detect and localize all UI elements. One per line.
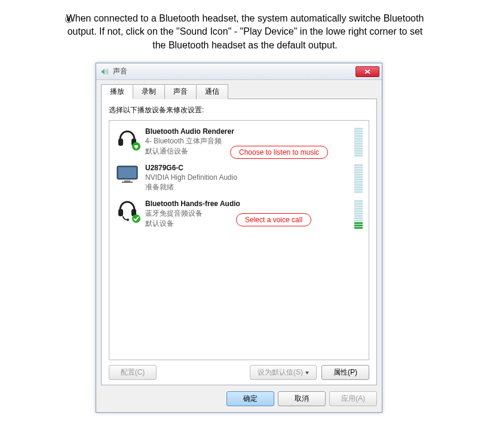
- tab-sounds[interactable]: 声音: [164, 84, 197, 99]
- chevron-down-icon: [305, 372, 309, 375]
- svg-point-9: [127, 219, 129, 221]
- device-item[interactable]: Bluetooth Audio Renderer 4- Bluetooth 立体…: [111, 123, 367, 159]
- tab-recording[interactable]: 录制: [133, 84, 165, 99]
- device-status: 默认通信设备: [145, 146, 234, 156]
- device-name: Bluetooth Audio Renderer: [145, 127, 234, 136]
- device-text: Bluetooth Audio Renderer 4- Bluetooth 立体…: [145, 127, 234, 156]
- level-meter: [354, 200, 363, 229]
- set-default-label: 设为默认值(S): [258, 368, 303, 376]
- instruction-text: ④ When connected to a Bluetooth headset,…: [0, 0, 478, 58]
- speaker-icon: [100, 67, 109, 76]
- cancel-button[interactable]: 取消: [278, 391, 326, 406]
- device-subtitle: 蓝牙免提音频设备: [145, 208, 240, 218]
- dialog-button-row: 确定 取消 应用(A): [96, 385, 382, 412]
- device-name: U2879G6-C: [145, 163, 237, 173]
- ok-button[interactable]: 确定: [226, 391, 274, 406]
- svg-point-10: [132, 214, 140, 223]
- playback-panel: 选择以下播放设备来修改设置: Bluetooth Audio Renderer …: [101, 99, 377, 385]
- svg-rect-4: [118, 167, 136, 178]
- callout-music: Choose to listen to music: [230, 146, 328, 159]
- panel-buttons: 配置(C) 设为默认值(S) 属性(P): [109, 360, 369, 380]
- device-item[interactable]: Bluetooth Hands-free Audio 蓝牙免提音频设备 默认设备…: [111, 195, 367, 232]
- level-meter: [354, 164, 363, 193]
- svg-rect-7: [118, 209, 123, 216]
- instruction-body: When connected to a Bluetooth headset, t…: [66, 13, 424, 50]
- svg-rect-0: [118, 139, 123, 146]
- dialog-title: 声音: [113, 66, 356, 76]
- titlebar[interactable]: 声音: [96, 63, 382, 80]
- tab-playback[interactable]: 播放: [101, 84, 133, 99]
- properties-button[interactable]: 属性(P): [321, 365, 369, 380]
- device-list[interactable]: Bluetooth Audio Renderer 4- Bluetooth 立体…: [109, 120, 369, 360]
- configure-button[interactable]: 配置(C): [109, 365, 157, 380]
- callout-voice: Select a voice call: [236, 213, 311, 226]
- sound-dialog: 声音 播放 录制 声音 通信 选择以下播放设备来修改设置: Bluetooth …: [96, 63, 382, 413]
- headset-icon: [115, 199, 139, 222]
- device-name: Bluetooth Hands-free Audio: [145, 199, 240, 208]
- device-subtitle: 4- Bluetooth 立体声音频: [145, 136, 234, 146]
- device-text: Bluetooth Hands-free Audio 蓝牙免提音频设备 默认设备: [145, 199, 240, 228]
- level-meter: [354, 128, 363, 157]
- tab-communications[interactable]: 通信: [196, 84, 228, 99]
- step-number: ④: [65, 13, 72, 26]
- device-subtitle: NVIDIA High Definition Audio: [145, 173, 237, 182]
- device-text: U2879G6-C NVIDIA High Definition Audio 准…: [145, 163, 237, 192]
- device-status: 默认设备: [145, 219, 240, 228]
- set-default-button[interactable]: 设为默认值(S): [250, 365, 317, 380]
- device-status: 准备就绪: [145, 182, 237, 192]
- device-item[interactable]: U2879G6-C NVIDIA High Definition Audio 准…: [111, 159, 367, 196]
- svg-rect-6: [122, 182, 133, 183]
- svg-rect-5: [124, 180, 130, 182]
- apply-button[interactable]: 应用(A): [329, 391, 377, 406]
- tab-strip: 播放 录制 声音 通信: [96, 80, 382, 99]
- monitor-icon: [115, 163, 139, 186]
- headphones-icon: [115, 127, 139, 149]
- close-button[interactable]: [356, 66, 379, 77]
- panel-instruction: 选择以下播放设备来修改设置:: [109, 105, 369, 115]
